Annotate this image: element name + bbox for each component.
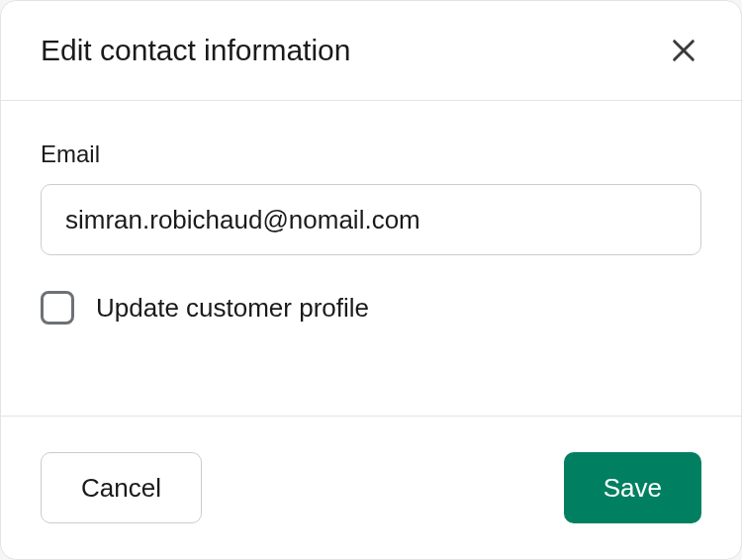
update-profile-label[interactable]: Update customer profile bbox=[96, 293, 369, 324]
edit-contact-modal: Edit contact information Email Update cu… bbox=[0, 0, 742, 560]
email-field[interactable] bbox=[41, 184, 701, 255]
modal-body: Email Update customer profile bbox=[1, 101, 741, 417]
modal-title: Edit contact information bbox=[41, 34, 351, 67]
modal-header: Edit contact information bbox=[1, 1, 741, 101]
update-profile-checkbox[interactable] bbox=[41, 291, 74, 325]
save-button[interactable]: Save bbox=[564, 452, 701, 523]
cancel-button[interactable]: Cancel bbox=[41, 452, 202, 523]
email-label: Email bbox=[41, 140, 701, 168]
close-button[interactable] bbox=[666, 33, 701, 68]
modal-footer: Cancel Save bbox=[1, 417, 741, 559]
update-profile-row: Update customer profile bbox=[41, 291, 701, 325]
close-icon bbox=[670, 37, 697, 64]
